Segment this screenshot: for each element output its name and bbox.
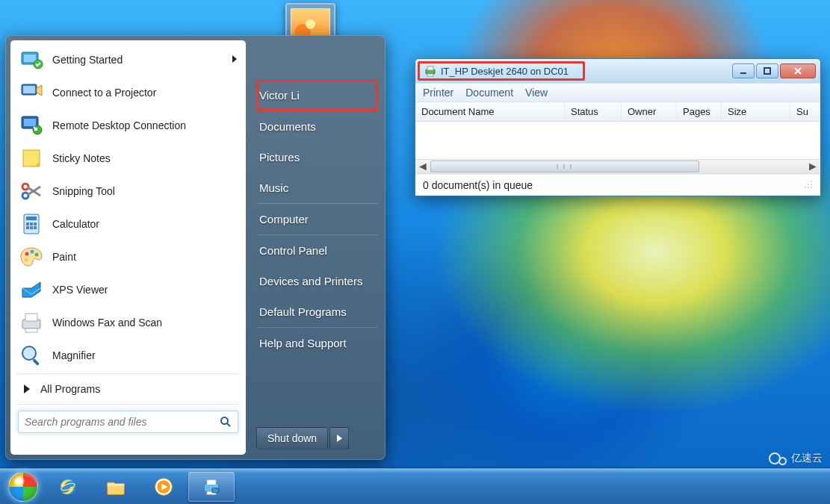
svg-point-28	[221, 417, 228, 424]
svg-rect-1	[24, 55, 36, 62]
scroll-track[interactable]: I I I	[430, 161, 805, 172]
program-label: Remote Desktop Connection	[52, 119, 186, 131]
devices-and-printers-link[interactable]: Devices and Printers	[256, 266, 378, 296]
program-connect-to-a-projector[interactable]: Connect to a Projector	[13, 76, 243, 109]
print-queue-list[interactable]	[415, 122, 820, 159]
start-menu: Getting Started Connect to a Projector R…	[5, 35, 385, 460]
col-pages[interactable]: Pages	[677, 102, 722, 121]
menu-printer[interactable]: Printer	[423, 87, 453, 99]
default-programs-link[interactable]: Default Programs	[256, 296, 378, 328]
documents-link[interactable]: Documents	[256, 111, 378, 142]
program-windows-fax-and-scan[interactable]: Windows Fax and Scan	[13, 306, 243, 339]
printer-queue-window: IT_HP Deskjet 2640 on DC01 Printer Docum…	[415, 58, 821, 196]
svg-point-19	[25, 252, 29, 256]
svg-rect-6	[24, 119, 36, 126]
taskbar-printer-queue[interactable]	[188, 472, 235, 502]
shutdown-label: Shut down	[267, 432, 317, 444]
search-box[interactable]	[18, 411, 238, 433]
scroll-thumb[interactable]: I I I	[430, 161, 699, 172]
search-input[interactable]	[25, 416, 220, 428]
program-xps-viewer[interactable]: XPS Viewer	[13, 273, 243, 306]
pictures-link[interactable]: Pictures	[256, 142, 378, 172]
svg-rect-4	[23, 86, 35, 93]
scissors-icon	[18, 178, 45, 205]
computer-link[interactable]: Computer	[256, 204, 378, 235]
all-programs-button[interactable]: All Programs	[13, 376, 243, 402]
svg-point-36	[811, 184, 812, 185]
shutdown-options-button[interactable]	[329, 427, 349, 449]
program-label: Sticky Notes	[52, 152, 111, 164]
minimize-button[interactable]	[732, 63, 755, 78]
window-title: IT_HP Deskjet 2640 on DC01	[441, 66, 569, 77]
svg-rect-30	[427, 66, 433, 70]
user-name-link[interactable]: Victor Li	[256, 80, 378, 111]
horizontal-scrollbar[interactable]: ◄ I I I ►	[415, 159, 820, 174]
magnifier-icon	[18, 342, 45, 369]
separator	[16, 404, 240, 405]
windows-logo-icon	[8, 472, 38, 502]
triangle-right-icon	[24, 385, 30, 393]
projector-icon	[18, 79, 45, 106]
program-calculator[interactable]: Calculator	[13, 208, 243, 240]
program-label: Paint	[52, 251, 76, 263]
status-text: 0 document(s) in queue	[423, 179, 533, 191]
taskbar	[0, 468, 830, 504]
sticky-notes-icon	[18, 145, 45, 172]
search-icon	[220, 416, 232, 428]
shutdown-button[interactable]: Shut down	[256, 427, 328, 449]
taskbar-media-player[interactable]	[140, 472, 187, 502]
scroll-left-button[interactable]: ◄	[415, 160, 430, 173]
program-label: Windows Fax and Scan	[52, 317, 162, 329]
right-link-label: Devices and Printers	[259, 275, 362, 287]
svg-rect-14	[30, 223, 33, 225]
col-document-name[interactable]: Document Name	[415, 102, 565, 121]
window-titlebar[interactable]: IT_HP Deskjet 2640 on DC01	[415, 59, 820, 83]
svg-rect-13	[26, 223, 29, 225]
col-status[interactable]: Status	[565, 102, 622, 121]
program-magnifier[interactable]: Magnifier	[13, 339, 243, 372]
svg-point-34	[811, 181, 812, 182]
maximize-button[interactable]	[756, 63, 778, 78]
program-paint[interactable]: Paint	[13, 240, 243, 273]
col-size[interactable]: Size	[722, 102, 790, 121]
xps-viewer-icon	[18, 276, 45, 303]
separator	[16, 373, 240, 374]
taskbar-internet-explorer[interactable]	[45, 472, 91, 502]
svg-rect-27	[32, 358, 40, 366]
menu-document[interactable]: Document	[465, 87, 513, 99]
taskbar-file-explorer[interactable]	[93, 472, 139, 502]
program-getting-started[interactable]: Getting Started	[13, 43, 243, 76]
remote-desktop-icon	[18, 112, 45, 139]
program-sticky-notes[interactable]: Sticky Notes	[13, 142, 243, 175]
scroll-right-button[interactable]: ►	[805, 160, 820, 173]
right-link-label: Default Programs	[259, 305, 347, 318]
watermark-text: 亿速云	[791, 452, 823, 465]
svg-rect-15	[34, 223, 37, 225]
col-submitted[interactable]: Su	[790, 102, 820, 121]
program-snipping-tool[interactable]: Snipping Tool	[13, 175, 243, 208]
resize-grip-icon[interactable]	[804, 179, 813, 191]
svg-rect-16	[26, 226, 29, 229]
close-button[interactable]	[780, 63, 816, 78]
submenu-arrow-icon	[231, 53, 238, 66]
svg-point-20	[31, 250, 34, 254]
svg-point-10	[22, 193, 28, 199]
control-panel-link[interactable]: Control Panel	[256, 235, 378, 266]
right-link-label: Computer	[259, 213, 309, 225]
menu-view[interactable]: View	[525, 87, 548, 99]
program-label: XPS Viewer	[52, 284, 108, 296]
svg-point-9	[22, 184, 28, 190]
program-remote-desktop-connection[interactable]: Remote Desktop Connection	[13, 109, 243, 142]
all-programs-label: All Programs	[40, 383, 100, 395]
start-button[interactable]	[3, 471, 43, 503]
svg-point-39	[811, 187, 812, 188]
svg-rect-42	[108, 483, 125, 486]
help-and-support-link[interactable]: Help and Support	[256, 328, 378, 358]
svg-rect-33	[764, 68, 770, 74]
start-menu-right-panel: Victor Li Documents Pictures Music Compu…	[246, 35, 385, 460]
music-link[interactable]: Music	[256, 172, 378, 204]
svg-rect-25	[25, 329, 37, 332]
col-owner[interactable]: Owner	[622, 102, 677, 121]
right-link-label: Documents	[259, 120, 316, 133]
getting-started-icon	[18, 46, 45, 73]
